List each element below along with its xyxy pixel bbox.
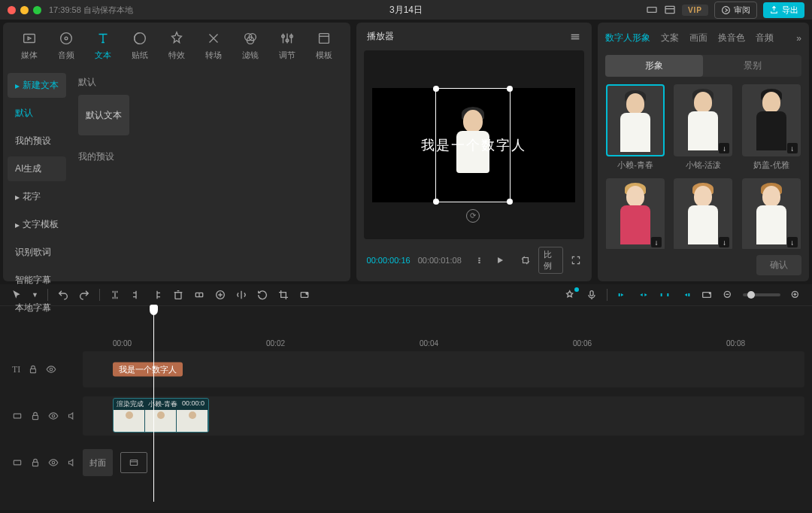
snap-center-icon[interactable] [638,289,650,301]
tab-effect[interactable]: 特效 [158,27,195,64]
seg-tab-image[interactable]: 形象 [605,55,704,77]
preview-canvas[interactable]: ⟳ 我是一个数字人 [364,50,584,239]
download-icon[interactable]: ↓ [651,237,662,247]
cut-left-icon[interactable] [130,289,142,301]
eye-icon[interactable] [48,411,59,421]
tab-sticker[interactable]: 贴纸 [121,27,158,64]
avatar-thumb[interactable]: ↓ [674,84,732,156]
zoom-slider[interactable] [743,293,780,296]
tab-media[interactable]: 媒体 [11,27,47,64]
video-track-body[interactable]: 渲染完成 小赖-青春 00:00:0 [83,396,804,436]
select-tool[interactable] [11,289,23,301]
layout-icon[interactable] [664,4,676,16]
avatar-item: ↓ [605,178,665,249]
zoom-out-icon[interactable] [722,289,734,301]
close-window-icon[interactable] [8,6,16,14]
default-text-preset[interactable]: 默认文本 [78,95,129,135]
snap-right-icon[interactable] [680,289,692,301]
mute-icon[interactable] [66,457,77,468]
avatar-thumb[interactable]: ↓ [606,178,665,249]
delete-icon[interactable] [172,289,184,301]
split-icon[interactable] [109,289,121,301]
sidebar-new-text[interactable]: ▸新建文本 [8,73,66,98]
tab-copy[interactable]: 文案 [661,32,679,44]
resize-handle-tr[interactable] [507,86,513,92]
export-button[interactable]: 导出 [763,2,804,18]
mute-icon[interactable] [66,411,77,421]
smart-tool-icon[interactable] [298,289,311,301]
cut-icon[interactable] [193,289,205,301]
review-button[interactable]: 审阅 [714,2,757,19]
video-clip[interactable]: 渲染完成 小赖-青春 00:00:0 [113,398,209,433]
magic-tool-icon[interactable] [565,289,577,301]
crop-icon[interactable] [520,254,531,266]
redo-icon[interactable] [78,289,90,301]
sidebar-item-presets[interactable]: 我的预设 [8,129,66,153]
list-view-icon[interactable] [477,254,487,266]
fullscreen-icon[interactable] [571,254,581,266]
avatar-thumb[interactable]: ↓ [674,178,732,249]
time-ruler[interactable]: 00:00 00:02 00:04 00:06 00:08 [0,336,812,351]
tab-audio[interactable]: 音频 [756,32,774,44]
avatar-thumb[interactable] [606,84,665,156]
resize-handle-bl[interactable] [433,199,439,205]
main-track-body[interactable] [149,445,804,481]
menu-icon[interactable] [569,31,581,43]
zoom-in-icon[interactable] [789,289,801,301]
lock-icon[interactable] [30,457,41,468]
text-clip[interactable]: 我是一个数字人 [113,363,183,377]
resize-handle-br[interactable] [507,199,513,205]
eye-icon[interactable] [46,364,56,375]
snap-both-icon[interactable] [659,289,671,301]
sidebar-item-ai[interactable]: AI生成 [8,156,66,181]
tab-voice[interactable]: 换音色 [718,32,745,44]
crop-tool-icon[interactable] [277,289,289,301]
cut-right-icon[interactable] [151,289,163,301]
tab-frame[interactable]: 画面 [689,32,707,44]
rotate-icon[interactable] [256,289,268,301]
text-track-body[interactable]: 我是一个数字人 [83,351,804,387]
maximize-window-icon[interactable] [33,6,41,14]
sidebar-item-lyrics[interactable]: 识别歌词 [8,240,66,265]
overlay-text[interactable]: 我是一个数字人 [421,136,526,154]
resize-handle-tl[interactable] [433,86,439,92]
playhead[interactable] [153,306,154,502]
tab-digital-human[interactable]: 数字人形象 [605,32,650,44]
sidebar-item-fancy[interactable]: ▸花字 [8,184,66,209]
rotate-handle[interactable]: ⟳ [466,209,480,223]
confirm-button[interactable]: 确认 [756,255,801,275]
preview-toggle-icon[interactable] [701,289,713,301]
minimize-window-icon[interactable] [20,6,29,14]
tab-filter[interactable]: 滤镜 [232,27,268,64]
play-icon[interactable] [495,254,505,266]
avatar-thumb[interactable]: ↓ [742,84,801,156]
sidebar-item-default[interactable]: 默认 [8,101,66,126]
keyboard-icon[interactable] [646,4,658,16]
undo-icon[interactable] [57,289,69,301]
freeze-icon[interactable] [214,289,226,301]
download-icon[interactable]: ↓ [787,237,798,247]
more-tabs-icon[interactable]: » [796,33,801,44]
eye-icon[interactable] [48,457,59,468]
snap-left-icon[interactable] [617,289,629,301]
tab-text[interactable]: 文本 [84,27,121,64]
lock-icon[interactable] [28,364,38,375]
mirror-icon[interactable] [235,289,247,301]
seg-tab-scene[interactable]: 景别 [703,55,801,77]
ratio-button[interactable]: 比例 [538,247,563,274]
tab-transition[interactable]: 转场 [195,27,232,64]
lock-icon[interactable] [30,411,41,421]
cover-cell[interactable]: 封面 [83,449,113,476]
film-icon[interactable] [120,452,147,473]
sidebar-item-template[interactable]: ▸文字模板 [8,212,66,237]
tab-template[interactable]: 模板 [306,27,343,64]
download-icon[interactable]: ↓ [719,237,729,247]
download-icon[interactable]: ↓ [787,143,798,153]
mic-icon[interactable] [586,289,598,301]
tab-adjust[interactable]: 调节 [268,27,305,64]
download-icon[interactable]: ↓ [719,143,729,153]
select-dropdown[interactable]: ▼ [32,291,38,299]
vip-badge[interactable]: VIP [682,5,708,16]
avatar-thumb[interactable]: ↓ [742,178,801,249]
tab-audio[interactable]: 音频 [47,27,84,64]
